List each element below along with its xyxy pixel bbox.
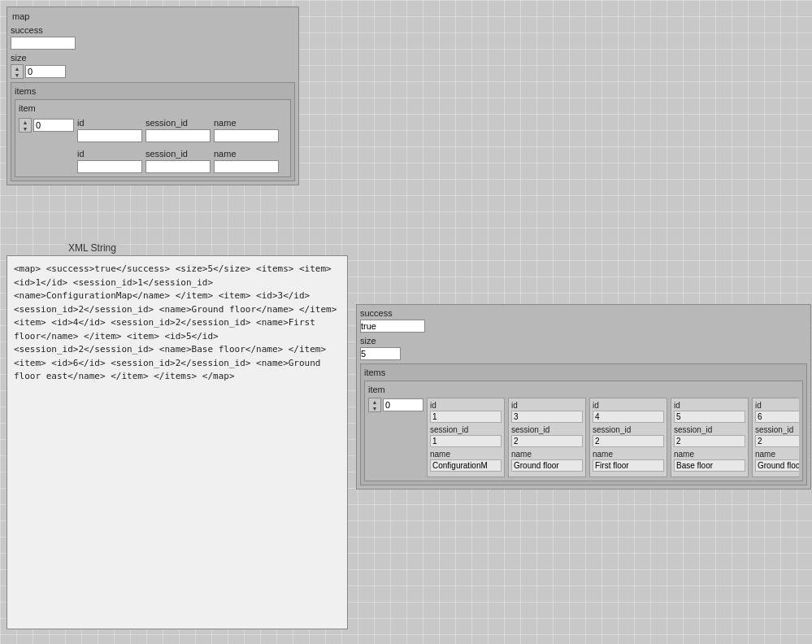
- xml-panel[interactable]: <map> <success>true</success> <size>5</s…: [7, 255, 348, 629]
- size-input[interactable]: [25, 65, 66, 78]
- row1-name-input[interactable]: [214, 129, 279, 142]
- result-cards-row: id 1 session_id 1 name ConfigurationM id…: [427, 398, 799, 477]
- result-item-section: item id 1 session_id 1: [364, 381, 803, 481]
- success-group: success: [11, 25, 295, 50]
- map-title: map: [11, 11, 295, 22]
- item-spinner-group: [19, 118, 74, 133]
- card-sessionid-field: session_id 2: [755, 425, 799, 447]
- size-spinner-down[interactable]: [11, 72, 23, 78]
- success-label: success: [11, 25, 295, 35]
- card-name-field: name Ground floor: [755, 450, 799, 472]
- card-id-field: id 4: [593, 401, 664, 423]
- result-size-label: size: [360, 336, 807, 346]
- card-name-value: First floor: [593, 459, 664, 472]
- col-headers-row1: id session_id name: [77, 118, 287, 128]
- card-name-label: name: [755, 450, 799, 459]
- row1-sessionid-input[interactable]: [145, 129, 211, 142]
- result-card: id 5 session_id 2 name Base floor: [671, 398, 749, 477]
- card-sessionid-field: session_id 2: [674, 425, 745, 447]
- col-inputs-row1: [77, 129, 287, 142]
- card-name-label: name: [511, 450, 583, 459]
- row2-id-input[interactable]: [77, 160, 142, 173]
- result-card: id 3 session_id 2 name Ground floor: [508, 398, 586, 477]
- item-spinner-input[interactable]: [33, 119, 74, 132]
- card-id-value: 3: [511, 411, 583, 423]
- card-name-label: name: [593, 450, 664, 459]
- col-sessionid-label1: session_id: [145, 118, 211, 128]
- card-sessionid-value: 2: [511, 435, 583, 447]
- item-spinner-down[interactable]: [20, 125, 31, 132]
- card-sessionid-field: session_id 1: [430, 425, 502, 447]
- card-id-field: id 5: [674, 401, 745, 423]
- size-spinner-group: [11, 64, 295, 79]
- card-name-label: name: [430, 450, 502, 459]
- card-id-label: id: [755, 401, 799, 410]
- result-card: id 6 session_id 2 name Ground floor: [752, 398, 799, 477]
- card-sessionid-label: session_id: [674, 425, 745, 434]
- result-size-group: size: [360, 336, 807, 360]
- card-sessionid-value: 1: [430, 435, 502, 447]
- result-item-spinner-group: [368, 398, 423, 412]
- card-id-field: id 6: [755, 401, 799, 423]
- result-card: id 4 session_id 2 name First floor: [589, 398, 667, 477]
- card-id-label: id: [674, 401, 745, 410]
- col-sessionid-label2: session_id: [145, 149, 211, 159]
- col-id-label2: id: [77, 149, 142, 159]
- card-sessionid-value: 2: [593, 435, 664, 447]
- item-label: item: [19, 103, 36, 113]
- card-sessionid-label: session_id: [593, 425, 664, 434]
- result-item-spinner-input[interactable]: [383, 398, 423, 411]
- card-sessionid-field: session_id 2: [593, 425, 664, 447]
- card-id-label: id: [593, 401, 664, 410]
- result-item-spinner-up[interactable]: [369, 398, 380, 405]
- item-columns: id session_id name id session_id n: [77, 118, 287, 173]
- row1-id-input[interactable]: [77, 129, 142, 142]
- col-id-label1: id: [77, 118, 142, 128]
- item-spinner-up[interactable]: [20, 119, 31, 125]
- size-label: size: [11, 53, 295, 63]
- result-item-spinner-arrows: [368, 398, 381, 412]
- card-sessionid-label: session_id: [430, 425, 502, 434]
- size-group: size: [11, 53, 295, 79]
- card-sessionid-label: session_id: [511, 425, 583, 434]
- card-name-field: name First floor: [593, 450, 664, 472]
- card-id-label: id: [430, 401, 502, 410]
- items-section: items item id session_id: [11, 82, 295, 181]
- size-spinner-up[interactable]: [11, 65, 23, 72]
- card-name-field: name Ground floor: [511, 450, 583, 472]
- col-name-label2: name: [214, 149, 279, 159]
- result-size-input[interactable]: [360, 347, 401, 360]
- col-inputs-row2: [77, 160, 287, 173]
- col-headers-row2: id session_id name: [77, 149, 287, 159]
- row2-name-input[interactable]: [214, 160, 279, 173]
- card-sessionid-value: 2: [674, 435, 745, 447]
- card-id-value: 6: [755, 411, 799, 423]
- item-header-row: item: [19, 103, 287, 115]
- card-id-value: 5: [674, 411, 745, 423]
- card-id-field: id 3: [511, 401, 583, 423]
- card-sessionid-field: session_id 2: [511, 425, 583, 447]
- result-items-label: items: [364, 368, 803, 377]
- result-panel: success size items item: [356, 304, 811, 490]
- card-name-value: Ground floor: [755, 459, 799, 472]
- result-card: id 1 session_id 1 name ConfigurationM: [427, 398, 505, 477]
- size-spinner-arrows: [11, 64, 24, 79]
- card-id-value: 1: [430, 411, 502, 423]
- card-id-label: id: [511, 401, 583, 410]
- card-id-field: id 1: [430, 401, 502, 423]
- result-success-input[interactable]: [360, 320, 425, 333]
- result-items-section: items item id 1 session_: [360, 363, 807, 485]
- map-panel: map success size items item: [7, 7, 299, 185]
- result-success-group: success: [360, 308, 807, 333]
- card-name-field: name Base floor: [674, 450, 745, 472]
- item-section: item id session_id name: [15, 99, 291, 177]
- col-name-label1: name: [214, 118, 279, 128]
- success-input[interactable]: [11, 37, 76, 50]
- row2-sessionid-input[interactable]: [145, 160, 211, 173]
- card-name-value: ConfigurationM: [430, 459, 502, 472]
- card-name-value: Ground floor: [511, 459, 583, 472]
- xml-label: XML String: [65, 241, 119, 255]
- result-item-label: item: [368, 385, 799, 394]
- card-name-value: Base floor: [674, 459, 745, 472]
- result-item-spinner-down[interactable]: [369, 405, 380, 411]
